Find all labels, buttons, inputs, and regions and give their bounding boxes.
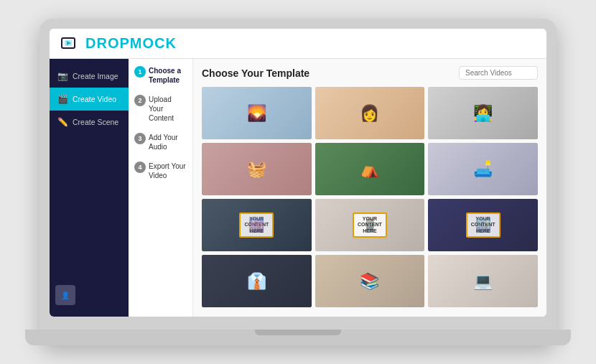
laptop-screen: DROPMOCK 📷 Create Image 🎬 Create Video <box>50 29 546 317</box>
page-title: Choose Your Template <box>202 67 309 79</box>
template-thumb-12[interactable]: 💻 <box>428 255 538 307</box>
step-3-number: 3 <box>134 133 146 144</box>
thumb-bg-person-7: 🌆 <box>248 218 264 233</box>
thumb-bg-person-8: 📱 <box>362 218 378 233</box>
logo-mock: MOCK <box>130 35 177 51</box>
pencil-icon: ✏️ <box>57 116 68 128</box>
logo-accent: DROP <box>85 35 130 51</box>
template-thumb-2[interactable]: 👩 <box>315 87 425 139</box>
step-4-text: Export Your Video <box>149 162 187 180</box>
step-3[interactable]: 3 Add Your Audio <box>134 133 187 151</box>
camera-icon: 📷 <box>57 70 68 82</box>
logo-icon <box>61 36 81 52</box>
thumb-scene-3: 👩‍💻 <box>428 87 538 139</box>
template-thumb-3[interactable]: 👩‍💻 <box>428 87 538 139</box>
step-1-text: Choose a Template <box>149 66 187 85</box>
template-thumb-11[interactable]: 📚 <box>315 255 425 307</box>
app-body: 📷 Create Image 🎬 Create Video ✏️ Create … <box>50 59 546 317</box>
search-input[interactable] <box>459 66 538 80</box>
sidebar-label-create-video: Create Video <box>73 95 116 103</box>
laptop-wrapper: DROPMOCK 📷 Create Image 🎬 Create Video <box>25 10 571 355</box>
step-1[interactable]: 1 Choose a Template <box>134 66 187 85</box>
app-header: DROPMOCK <box>50 29 546 59</box>
thumb-bg-person-9: 🌃 <box>475 218 491 233</box>
template-thumb-5[interactable]: ⛺ <box>315 143 425 195</box>
laptop-outer: DROPMOCK 📷 Create Image 🎬 Create Video <box>39 19 557 345</box>
step-4[interactable]: 4 Export Your Video <box>134 162 187 180</box>
template-thumb-7[interactable]: 🌆 YOURCONTENTHERE <box>202 199 312 251</box>
laptop-base <box>25 330 571 345</box>
sidebar-label-create-scene: Create Scene <box>73 118 118 126</box>
step-2-text: Upload Your Content <box>149 95 187 123</box>
main-header: Choose Your Template <box>202 66 538 80</box>
sidebar-label-create-image: Create Image <box>73 72 118 80</box>
sidebar-bottom: 👤 <box>50 279 129 311</box>
step-2-number: 2 <box>134 95 146 106</box>
sidebar: 📷 Create Image 🎬 Create Video ✏️ Create … <box>50 59 129 317</box>
thumb-scene-1: 🌄 <box>202 87 312 139</box>
template-thumb-8[interactable]: 📱 YOURCONTENTHERE <box>315 199 425 251</box>
thumb-scene-6: 🛋️ <box>428 143 538 195</box>
main-content: Choose Your Template 🌄 👩 👩‍💻 <box>193 59 546 317</box>
thumb-scene-5: ⛺ <box>315 143 425 195</box>
sidebar-item-create-image[interactable]: 📷 Create Image <box>50 65 129 88</box>
thumb-scene-4: 🧺 <box>202 143 312 195</box>
logo-brand-text: DROPMOCK <box>85 35 177 52</box>
step-3-text: Add Your Audio <box>149 133 187 151</box>
template-thumb-10[interactable]: 👔 <box>202 255 312 307</box>
thumb-scene-10: 👔 <box>202 255 312 307</box>
template-thumb-9[interactable]: 🌃 YOURCONTENTHERE <box>428 199 538 251</box>
template-thumb-1[interactable]: 🌄 <box>202 87 312 139</box>
steps-panel: 1 Choose a Template 2 Upload Your Conten… <box>129 59 193 317</box>
thumb-scene-2: 👩 <box>315 87 425 139</box>
step-1-number: 1 <box>134 66 146 78</box>
video-icon: 🎬 <box>57 93 68 105</box>
avatar[interactable]: 👤 <box>55 285 75 305</box>
sidebar-item-create-scene[interactable]: ✏️ Create Scene <box>50 111 129 134</box>
template-grid: 🌄 👩 👩‍💻 🧺 ⛺ <box>202 87 538 307</box>
thumb-scene-11: 📚 <box>315 255 425 307</box>
thumb-scene-12: 💻 <box>428 255 538 307</box>
step-4-number: 4 <box>134 162 146 173</box>
template-thumb-4[interactable]: 🧺 <box>202 143 312 195</box>
sidebar-item-create-video[interactable]: 🎬 Create Video <box>50 88 129 111</box>
template-thumb-6[interactable]: 🛋️ <box>428 143 538 195</box>
step-2[interactable]: 2 Upload Your Content <box>134 95 187 123</box>
